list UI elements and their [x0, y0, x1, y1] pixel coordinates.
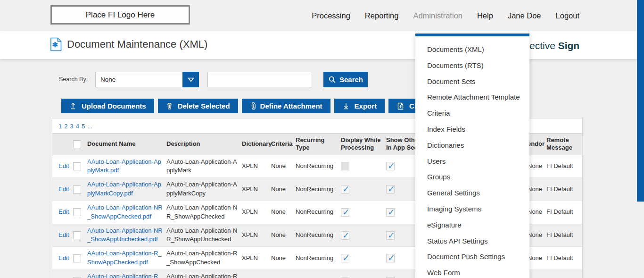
menu-item-imaging-systems[interactable]: Imaging Systems [415, 201, 529, 217]
criteria-cell: None [270, 247, 295, 270]
search-icon [328, 76, 336, 84]
checked-checkbox[interactable]: ✓ [386, 231, 395, 240]
menu-item-list: Documents (XML)Documents (RTS)Document S… [415, 36, 529, 278]
document-name-link[interactable]: AAuto-Loan-Application-R_ShowAppChecked.… [86, 247, 165, 270]
row-select-checkbox[interactable] [73, 185, 81, 194]
define-attachment-label: Define Attachment [260, 102, 322, 110]
page-link-more[interactable]: ... [87, 123, 92, 130]
header-edit [52, 134, 72, 155]
header-description: Description [165, 134, 241, 155]
define-attachment-button[interactable]: Define Attachment [242, 99, 330, 113]
checkmark-icon: ✓ [342, 183, 350, 196]
brand-text-regular: ective [529, 40, 558, 51]
page-link-3[interactable]: 3 [70, 123, 73, 130]
menu-item-document-push-settings[interactable]: Document Push Settings [415, 249, 529, 265]
checked-checkbox[interactable]: ✓ [386, 185, 395, 194]
checked-checkbox[interactable]: ✓ [341, 208, 349, 217]
administration-dropdown-menu: Documents (XML)Documents (RTS)Document S… [415, 34, 529, 278]
display-while-processing-cell: ✓ [340, 270, 385, 278]
recurring-type-cell: NonRecurring [295, 201, 340, 224]
checked-checkbox[interactable]: ✓ [386, 254, 395, 262]
edit-link[interactable]: Edit [52, 178, 72, 201]
menu-item-dictionaries[interactable]: Dictionaries [415, 137, 529, 153]
header-dictionary: Dictionary [241, 134, 270, 155]
nav-item-logout[interactable]: Logout [556, 11, 579, 20]
scrollbar-thumb[interactable] [637, 0, 644, 202]
menu-item-documents-xml[interactable]: Documents (XML) [415, 42, 529, 58]
criteria-cell: None [270, 201, 295, 224]
delete-selected-label: Delete Selected [178, 102, 230, 110]
criteria-cell: None [270, 178, 295, 201]
menu-item-criteria[interactable]: Criteria [415, 105, 529, 121]
checked-checkbox[interactable]: ✓ [386, 162, 395, 170]
menu-item-groups[interactable]: Groups [415, 169, 529, 185]
nav-item-help[interactable]: Help [477, 11, 493, 20]
checked-checkbox[interactable]: ✓ [386, 208, 395, 217]
menu-item-web-form[interactable]: Web Form [415, 265, 529, 278]
row-select-cell [72, 201, 86, 224]
upload-documents-button[interactable]: Upload Documents [61, 99, 154, 113]
dictionary-cell: XPLN [241, 155, 270, 178]
checkmark-icon: ✓ [342, 252, 350, 265]
menu-item-remote-attachment-template[interactable]: Remote Attachment Template [415, 89, 529, 105]
menu-item-status-api-settings[interactable]: Status API Settings [415, 233, 529, 249]
criteria-cell: None [270, 155, 295, 178]
checkmark-icon: ✓ [388, 275, 395, 278]
document-name-link[interactable]: AAuto-Loan-Application-ApplyMark.pdf [86, 155, 165, 178]
nav-item-administration[interactable]: Administration [413, 11, 462, 20]
search-input[interactable] [207, 72, 312, 87]
page-link-1[interactable]: 1 [58, 123, 62, 130]
search-by-select[interactable]: None [95, 72, 199, 87]
select-all-checkbox[interactable] [73, 140, 81, 148]
row-select-cell [72, 247, 86, 270]
upload-icon [69, 102, 77, 110]
document-name-link[interactable]: AAuto-Loan-Application-NR_ShowAppUncheck… [86, 224, 165, 247]
checkmark-icon: ✓ [342, 275, 350, 278]
nav-item-reporting[interactable]: Reporting [365, 11, 399, 20]
export-label: Export [355, 102, 377, 110]
checked-checkbox[interactable]: ✓ [341, 185, 349, 194]
checked-checkbox[interactable]: ✓ [341, 254, 349, 262]
page-link-5[interactable]: 5 [82, 123, 85, 130]
document-name-link[interactable]: AAuto-Loan-Application-ApplyMarkCopy.pdf [86, 178, 165, 201]
menu-item-users[interactable]: Users [415, 153, 529, 169]
edit-link[interactable]: Edit [52, 270, 72, 278]
description-cell: AAuto-Loan-Application-R_ShowAppChecked [165, 247, 241, 270]
criteria-cell: None [270, 224, 295, 247]
page-link-2[interactable]: 2 [64, 123, 67, 130]
nav-item-processing[interactable]: Processing [312, 11, 350, 20]
description-cell: AAuto-Loan-Application-R_ShowAppUnchecke… [165, 270, 241, 278]
description-cell: AAuto-Loan-Application-ApplyMark [165, 155, 241, 178]
nav-item-jane-doe[interactable]: Jane Doe [508, 11, 541, 20]
row-select-checkbox[interactable] [73, 254, 81, 262]
delete-selected-button[interactable]: Delete Selected [158, 99, 238, 113]
edit-link[interactable]: Edit [52, 247, 72, 270]
row-select-checkbox[interactable] [73, 208, 81, 216]
fi-logo-placeholder: Place FI Logo Here [50, 5, 190, 25]
edit-link[interactable]: Edit [52, 155, 72, 178]
document-name-link[interactable]: AAuto-Loan-Application-NR_ShowAppChecked… [86, 201, 165, 224]
export-button[interactable]: Export [334, 99, 385, 113]
xml-document-icon: ✱ [50, 37, 62, 51]
menu-item-documents-rts[interactable]: Documents (RTS) [415, 58, 529, 74]
checked-checkbox[interactable]: ✓ [341, 231, 349, 240]
checkmark-icon: ✓ [388, 252, 395, 265]
header-document-name: Document Name [86, 134, 165, 155]
unchecked-checkbox[interactable] [341, 162, 349, 170]
row-select-checkbox[interactable] [73, 162, 81, 170]
page-link-4[interactable]: 4 [76, 123, 79, 130]
edit-link[interactable]: Edit [52, 224, 72, 247]
document-name-link[interactable]: AAuto-Loan-Application-R_ShowAppUnchecke… [86, 270, 165, 278]
page-title: Document Maintenance (XML) [67, 38, 207, 51]
menu-item-general-settings[interactable]: General Settings [415, 185, 529, 201]
search-button[interactable]: Search [323, 72, 368, 87]
chevron-down-icon[interactable] [182, 72, 199, 87]
paperclip-icon [250, 102, 256, 110]
menu-item-index-fields[interactable]: Index Fields [415, 121, 529, 137]
edit-link[interactable]: Edit [52, 201, 72, 224]
menu-item-esignature[interactable]: eSignature [415, 217, 529, 233]
menu-item-document-sets[interactable]: Document Sets [415, 74, 529, 90]
row-select-checkbox[interactable] [73, 231, 81, 239]
main-nav: ProcessingReportingAdministrationHelpJan… [312, 0, 579, 31]
recurring-type-cell: NonRecurring [295, 178, 340, 201]
